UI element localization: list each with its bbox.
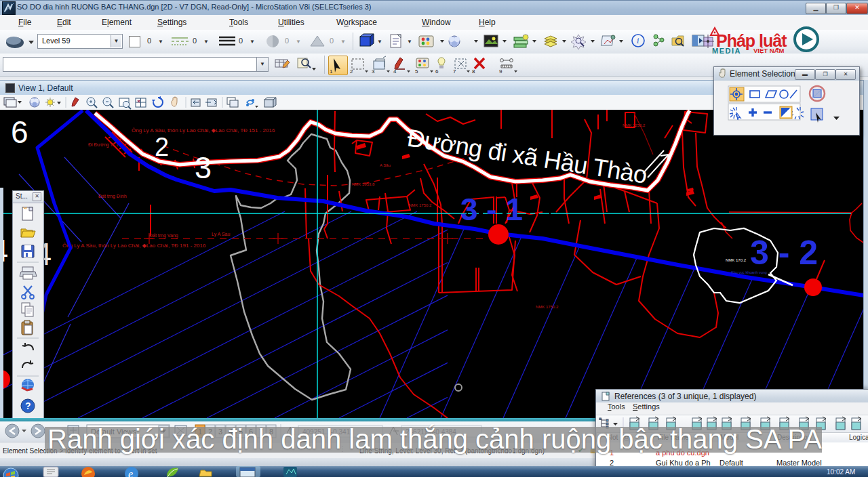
svg-text:3: 3 <box>195 150 212 185</box>
svg-text:2: 2 <box>350 68 353 75</box>
svg-text:3 - 2: 3 - 2 <box>750 234 818 272</box>
svg-text:7: 7 <box>453 68 456 75</box>
svg-text:2: 2 <box>155 133 169 161</box>
svg-text:Đất trng Vang: Đất trng Vang <box>149 232 178 239</box>
svg-text:Ly A Sầu: Ly A Sầu <box>212 231 230 237</box>
svg-text:Khu vuc khoanh vung: Khu vuc khoanh vung <box>731 270 767 274</box>
svg-text:NMK 5953.8: NMK 5953.8 <box>352 182 375 186</box>
svg-text:?: ? <box>25 400 31 411</box>
svg-text:9: 9 <box>499 68 502 75</box>
svg-text:VIỆT NAM: VIỆT NAM <box>753 47 784 54</box>
svg-text:8: 8 <box>472 68 475 75</box>
svg-text:3: 3 <box>372 68 375 75</box>
svg-text:3 - 1: 3 - 1 <box>460 192 523 227</box>
svg-text:MEDIA: MEDIA <box>712 47 741 54</box>
svg-text:NMK 1750.2: NMK 1750.2 <box>536 305 559 309</box>
svg-text:e: e <box>128 468 133 477</box>
svg-text:Đất trng Đính: Đất trng Đính <box>98 193 127 199</box>
svg-text:5: 5 <box>415 68 418 75</box>
svg-text:i: i <box>637 36 639 45</box>
svg-text:1: 1 <box>330 68 333 75</box>
svg-text:NMK 1750.2: NMK 1750.2 <box>409 203 432 207</box>
svg-text:6: 6 <box>11 115 28 150</box>
svg-text:4: 4 <box>393 68 397 75</box>
svg-text:A Sầu: A Sầu <box>380 163 391 167</box>
svg-text:NMK 1250.2: NMK 1250.2 <box>623 123 646 127</box>
svg-text:6: 6 <box>435 68 439 75</box>
svg-text:Ông Ly A Sầu, thôn Ly Lao Chải: Ông Ly A Sầu, thôn Ly Lao Chải, ◆Lao Chả… <box>62 243 206 249</box>
svg-text:NMK 170.2: NMK 170.2 <box>726 258 747 262</box>
svg-text:Ông Ly A Sầu, thôn Ly Lao Chải: Ông Ly A Sầu, thôn Ly Lao Chải, ◆Lao Chả… <box>132 127 275 133</box>
svg-text:10:02 AM: 10:02 AM <box>827 468 855 476</box>
